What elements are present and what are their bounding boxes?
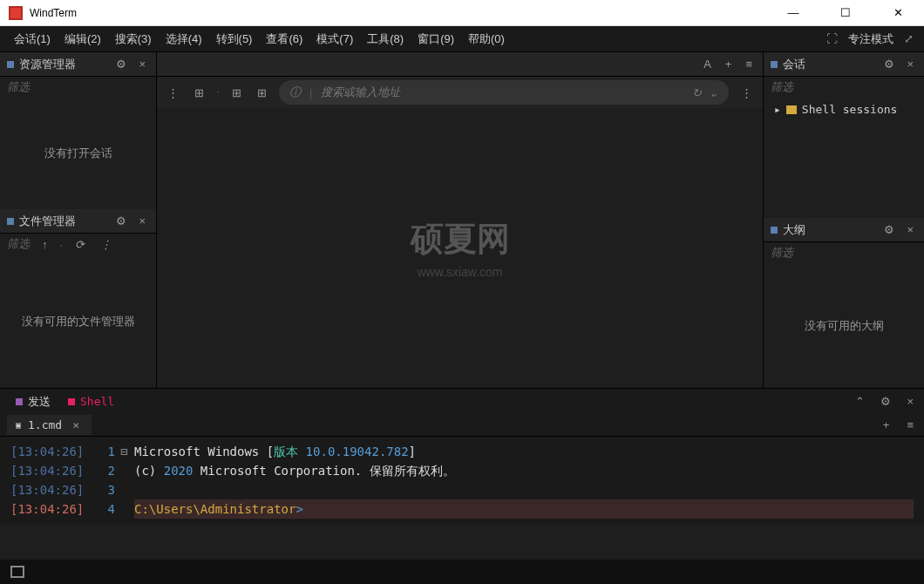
- line-number: 4: [98, 499, 115, 519]
- file-manager-panel: 文件管理器 ⚙ × 筛选 ↑ · ⟳ ⋮ 没有可用的文件管理器: [0, 209, 156, 388]
- menu-view[interactable]: 查看(6): [259, 28, 309, 51]
- terminal-timestamp: [13:04:26]: [10, 461, 98, 480]
- menu-help[interactable]: 帮助(0): [461, 28, 512, 51]
- menu-icon[interactable]: ≡: [903, 417, 917, 433]
- gear-icon[interactable]: ⚙: [112, 56, 130, 72]
- tab-shell-label: Shell: [80, 395, 114, 408]
- terminal-timestamp: [13:04:26]: [10, 499, 98, 519]
- menu-search[interactable]: 搜索(3): [108, 28, 159, 51]
- nav-icon-2[interactable]: ⊞: [191, 85, 207, 101]
- menu-tools[interactable]: 工具(8): [360, 28, 411, 51]
- file-manager-title: 文件管理器: [19, 214, 112, 229]
- close-icon[interactable]: ×: [69, 417, 83, 433]
- tab-send[interactable]: 发送: [7, 390, 59, 413]
- gear-icon[interactable]: ⚙: [877, 393, 894, 410]
- tree-item-shell-sessions[interactable]: ▸ Shell sessions: [764, 98, 924, 121]
- fold-icon[interactable]: [120, 480, 134, 499]
- plus-icon[interactable]: +: [722, 56, 736, 72]
- plus-icon[interactable]: +: [880, 417, 893, 433]
- reload-icon[interactable]: ↻: [692, 86, 702, 99]
- terminal-timestamp: [13:04:26]: [10, 480, 98, 499]
- file-manager-toolbar: 筛选 ↑ · ⟳ ⋮: [0, 234, 156, 255]
- nav-icon-3[interactable]: ⊞: [228, 85, 245, 101]
- tab-shell[interactable]: Shell: [59, 391, 123, 411]
- chevron-down-icon[interactable]: ⌄: [709, 86, 718, 99]
- file-tabs: ▣ 1.cmd × + ≡: [0, 414, 924, 437]
- right-column: 会话 ⚙ × 筛选 ▸ Shell sessions 大纲 ⚙ ×: [763, 52, 924, 388]
- gear-icon[interactable]: ⚙: [880, 56, 898, 72]
- close-icon[interactable]: ×: [903, 56, 917, 72]
- panel-indicator-icon: [771, 227, 778, 234]
- address-input[interactable]: ⓘ | 搜索或输入地址 ↻ ⌄: [279, 80, 729, 105]
- info-icon: ⓘ: [289, 85, 301, 100]
- nav-icon-4[interactable]: ⊞: [254, 85, 270, 101]
- focus-mode-label[interactable]: 专注模式: [848, 31, 893, 47]
- outline-panel: 大纲 ⚙ × 筛选 没有可用的大纲: [764, 218, 924, 388]
- left-column: 资源管理器 ⚙ × 筛选 没有打开会话 文件管理器 ⚙ × 筛选 ↑: [0, 52, 157, 388]
- minimize-button[interactable]: —: [776, 1, 811, 25]
- explorer-filter[interactable]: 筛选: [0, 77, 156, 98]
- close-window-button[interactable]: ✕: [880, 1, 915, 25]
- expand-icon[interactable]: ⤢: [900, 31, 917, 47]
- main-area: 资源管理器 ⚙ × 筛选 没有打开会话 文件管理器 ⚙ × 筛选 ↑: [0, 52, 924, 388]
- gear-icon[interactable]: ⚙: [112, 213, 130, 229]
- tab-indicator-icon: [68, 398, 75, 405]
- center-body: 硕夏网 www.sxiaw.com: [157, 108, 763, 388]
- close-icon[interactable]: ×: [903, 221, 917, 238]
- focus-icon[interactable]: ⛶: [823, 31, 841, 47]
- close-icon[interactable]: ×: [135, 56, 149, 72]
- footer-icon[interactable]: [10, 566, 24, 578]
- tree-item-label: Shell sessions: [802, 103, 898, 116]
- fold-icon[interactable]: ⊟: [120, 442, 134, 461]
- up-icon[interactable]: ↑: [38, 236, 51, 253]
- filetab-cmd[interactable]: ▣ 1.cmd ×: [7, 415, 92, 435]
- titlebar: WindTerm — ☐ ✕: [0, 0, 924, 26]
- session-panel: 会话 ⚙ × 筛选 ▸ Shell sessions: [764, 52, 924, 218]
- file-manager-header: 文件管理器 ⚙ ×: [0, 209, 156, 234]
- maximize-button[interactable]: ☐: [828, 1, 863, 25]
- chevron-up-icon[interactable]: ⌃: [852, 393, 868, 410]
- menu-icon[interactable]: ≡: [742, 56, 756, 72]
- refresh-icon[interactable]: ⟳: [71, 236, 88, 253]
- terminal-text: Microsoft Windows [版本 10.0.19042.782]: [134, 442, 416, 461]
- gear-icon[interactable]: ⚙: [880, 221, 898, 238]
- more-icon[interactable]: ⋮: [737, 85, 756, 101]
- menu-goto[interactable]: 转到(5): [209, 28, 260, 51]
- terminal-timestamp: [13:04:26]: [10, 442, 98, 461]
- panel-indicator-icon: [771, 61, 778, 68]
- font-icon[interactable]: A: [700, 56, 715, 72]
- fold-icon[interactable]: [120, 499, 134, 519]
- watermark: 硕夏网: [411, 217, 510, 261]
- folder-icon: [786, 105, 797, 114]
- app-title: WindTerm: [30, 7, 776, 19]
- menu-mode[interactable]: 模式(7): [309, 28, 360, 51]
- menu-edit[interactable]: 编辑(2): [58, 28, 108, 51]
- fold-icon[interactable]: [120, 461, 134, 480]
- app-icon: [9, 6, 23, 20]
- center-column: A + ≡ ⋮ ⊞ · ⊞ ⊞ ⓘ | 搜索或输入地址 ↻ ⌄ ⋮: [157, 52, 763, 388]
- close-icon[interactable]: ×: [135, 213, 149, 229]
- line-number: 1: [98, 442, 115, 461]
- filter-label[interactable]: 筛选: [7, 236, 30, 252]
- explorer-empty: 没有打开会话: [0, 98, 156, 209]
- watermark-url: www.sxiaw.com: [417, 265, 502, 279]
- menu-window[interactable]: 窗口(9): [411, 28, 461, 51]
- more-icon[interactable]: ⋮: [97, 236, 115, 253]
- close-icon[interactable]: ×: [903, 393, 917, 410]
- menubar: 会话(1) 编辑(2) 搜索(3) 选择(4) 转到(5) 查看(6) 模式(7…: [0, 26, 924, 52]
- terminal[interactable]: [13:04:26]1⊟Microsoft Windows [版本 10.0.1…: [0, 437, 924, 524]
- nav-icon-1[interactable]: ⋮: [164, 85, 182, 101]
- outline-filter[interactable]: 筛选: [764, 242, 924, 263]
- chevron-right-icon: ▸: [774, 103, 781, 116]
- menu-session[interactable]: 会话(1): [7, 28, 58, 51]
- address-row: ⋮ ⊞ · ⊞ ⊞ ⓘ | 搜索或输入地址 ↻ ⌄ ⋮: [157, 77, 763, 108]
- panel-indicator-icon: [7, 218, 14, 225]
- session-filter[interactable]: 筛选: [764, 77, 924, 98]
- outline-empty: 没有可用的大纲: [764, 263, 924, 388]
- session-title: 会话: [783, 57, 880, 72]
- tab-send-label: 发送: [28, 394, 51, 410]
- bottom-tabs: 发送 Shell ⌃ ⚙ ×: [0, 388, 924, 414]
- filetab-label: 1.cmd: [28, 418, 62, 431]
- divider: ·: [216, 85, 220, 101]
- menu-select[interactable]: 选择(4): [159, 28, 209, 51]
